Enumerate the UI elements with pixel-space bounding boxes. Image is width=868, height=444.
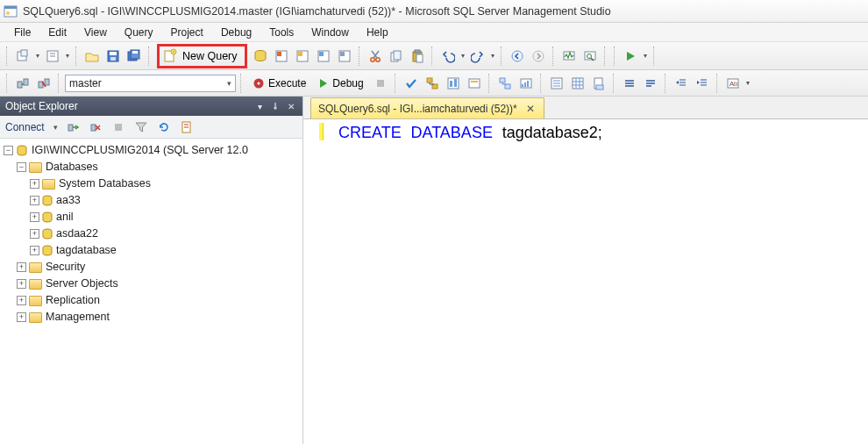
svg-rect-89 (115, 124, 122, 131)
pin-icon[interactable] (269, 100, 281, 112)
tree-system-databases-node[interactable]: + System Databases (4, 175, 301, 192)
include-plan-button[interactable] (495, 74, 515, 93)
tab-close-icon[interactable]: ✕ (524, 103, 537, 115)
increase-indent-button[interactable] (693, 74, 712, 93)
save-button[interactable] (103, 47, 123, 66)
menu-window[interactable]: Window (302, 25, 358, 40)
close-icon[interactable]: ✕ (285, 100, 297, 112)
query-options-button[interactable] (444, 74, 463, 93)
include-stats-button[interactable] (516, 74, 536, 93)
decrease-indent-button[interactable] (672, 74, 691, 93)
code-editor[interactable]: CREATE DATABASE tagdatabase2; (303, 118, 868, 444)
svg-point-26 (375, 57, 379, 61)
expand-icon[interactable]: + (17, 279, 26, 289)
dropdown-icon[interactable]: ▾ (744, 79, 751, 87)
nav-back-button[interactable] (508, 47, 527, 66)
tree-server-node[interactable]: − IGI\WINCCPLUSMIG2014 (SQL Server 12.0 (4, 142, 301, 159)
intellisense-button[interactable] (465, 74, 484, 93)
expand-icon[interactable]: + (30, 212, 39, 222)
open-button[interactable] (82, 47, 102, 66)
save-all-button[interactable] (125, 47, 144, 66)
tree-folder-node[interactable]: + Security (4, 259, 301, 276)
dropdown-icon[interactable]: ▾ (459, 52, 466, 60)
menu-query[interactable]: Query (116, 25, 162, 40)
new-query-button[interactable]: New Query (160, 47, 245, 66)
estimated-plan-button[interactable] (423, 74, 442, 93)
change-connection-button[interactable] (13, 74, 32, 93)
start-debug-button[interactable] (621, 47, 640, 66)
menu-help[interactable]: Help (358, 25, 397, 40)
expand-icon[interactable]: + (17, 262, 26, 272)
dropdown-icon[interactable]: ▾ (489, 52, 496, 60)
editor-tab[interactable]: SQLQuery6.sql - IGI...iamchaturvedi (52)… (310, 97, 544, 118)
expand-icon[interactable]: + (30, 179, 39, 189)
connect-label[interactable]: Connect (5, 121, 45, 133)
new-project-button[interactable] (13, 47, 32, 66)
results-to-file-button[interactable] (589, 74, 608, 93)
tree-db-node[interactable]: + anil (4, 209, 301, 226)
expand-icon[interactable]: + (30, 246, 39, 255)
tree-folder-node[interactable]: + Server Objects (4, 276, 301, 292)
cut-button[interactable] (366, 47, 385, 66)
connect-oe-button[interactable] (63, 118, 82, 137)
new-item-button[interactable] (43, 47, 62, 66)
menu-debug[interactable]: Debug (212, 25, 260, 40)
oe-script-button[interactable] (177, 118, 196, 137)
tree-databases-node[interactable]: − Databases (4, 159, 301, 175)
specify-values-button[interactable]: Ab (723, 74, 743, 93)
tree-folder-node[interactable]: + Replication (4, 292, 301, 309)
database-engine-query-button[interactable] (251, 47, 270, 66)
dropdown-icon[interactable]: ▾ (64, 52, 71, 60)
uncomment-button[interactable] (641, 74, 660, 93)
comment-button[interactable] (620, 74, 639, 93)
tree-db-node[interactable]: + asdaa22 (4, 226, 301, 242)
tree-folder-node[interactable]: + Management (4, 309, 301, 326)
xmla-query-button[interactable] (335, 47, 354, 66)
dropdown-icon[interactable]: ▾ (34, 52, 41, 60)
svg-rect-22 (319, 52, 324, 56)
expand-icon[interactable]: + (30, 229, 39, 239)
menu-project[interactable]: Project (162, 25, 212, 40)
code-content[interactable]: CREATE DATABASE tagdatabase2; (331, 119, 868, 444)
expand-icon[interactable]: + (17, 296, 26, 305)
refresh-button[interactable] (154, 118, 174, 137)
panel-menu-icon[interactable]: ▾ (253, 100, 266, 112)
change-marker (319, 123, 324, 140)
collapse-icon[interactable]: − (17, 162, 26, 172)
toolbar-grip (6, 74, 9, 93)
nav-fwd-button[interactable] (529, 47, 548, 66)
activity-monitor-button[interactable] (559, 47, 579, 66)
database-combobox[interactable]: master ▾ (65, 75, 236, 92)
menu-file[interactable]: File (5, 25, 39, 40)
object-explorer-tree[interactable]: − IGI\WINCCPLUSMIG2014 (SQL Server 12.0 … (0, 139, 302, 444)
menu-tools[interactable]: Tools (260, 25, 302, 40)
debug-button[interactable]: Debug (313, 74, 368, 93)
mdx-query-button[interactable] (293, 47, 312, 66)
dmx-query-button[interactable] (314, 47, 333, 66)
copy-button[interactable] (387, 47, 406, 66)
tree-db-node[interactable]: + tagdatabase (4, 242, 301, 259)
expand-icon[interactable]: + (30, 196, 39, 205)
stop-oe-button[interactable] (109, 118, 128, 137)
collapse-icon[interactable]: − (4, 146, 13, 155)
expand-icon[interactable]: + (17, 312, 26, 322)
undo-button[interactable] (438, 47, 458, 66)
disconnect-oe-button[interactable] (86, 118, 105, 137)
results-to-grid-button[interactable] (568, 74, 587, 93)
execute-button[interactable]: Execute (247, 74, 311, 93)
connect-dropdown-icon[interactable]: ▾ (52, 123, 60, 132)
dropdown-icon[interactable]: ▾ (642, 52, 649, 60)
analysis-query-button[interactable] (272, 47, 291, 66)
paste-button[interactable] (408, 47, 427, 66)
parse-button[interactable] (402, 74, 421, 93)
cancel-query-button[interactable] (371, 74, 390, 93)
menu-view[interactable]: View (75, 25, 116, 40)
results-to-text-button[interactable] (547, 74, 566, 93)
tree-db-node[interactable]: + aa33 (4, 192, 301, 209)
redo-button[interactable] (468, 47, 487, 66)
find-button[interactable] (580, 47, 600, 66)
menu-edit[interactable]: Edit (39, 25, 75, 40)
filter-button[interactable] (132, 118, 151, 137)
disconnect-button[interactable] (34, 74, 53, 93)
folder-icon (42, 179, 55, 190)
